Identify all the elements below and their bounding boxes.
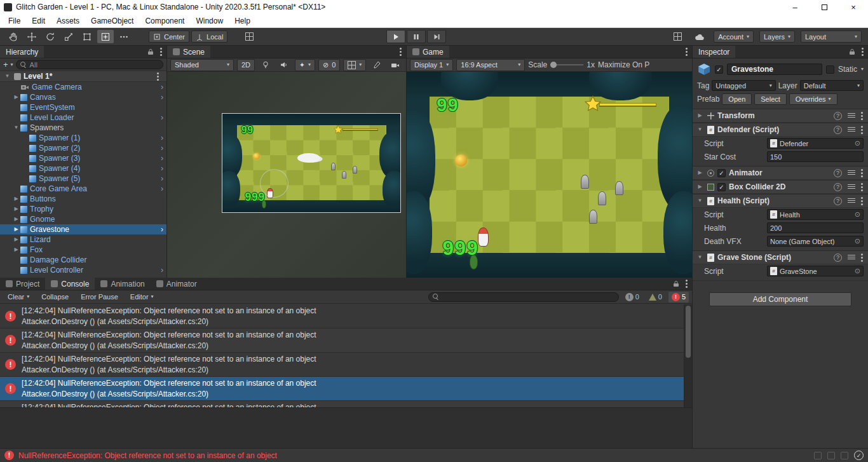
star-cost-input[interactable]: 150 [767, 151, 864, 162]
hierarchy-item-spawner-3[interactable]: Spawner (3) › [0, 153, 166, 163]
script-object-field[interactable]: # Health ⊙ [767, 209, 864, 220]
prefab-arrow-icon[interactable]: › [161, 266, 163, 274]
component-menu-icon[interactable] [861, 257, 863, 259]
foldout-expanded-icon[interactable]: ▼ [696, 127, 704, 132]
prefab-open-button[interactable]: Open [722, 93, 752, 105]
hierarchy-item-game-camera[interactable]: Game Camera › [0, 82, 166, 92]
prefab-arrow-icon[interactable]: › [161, 134, 163, 142]
panel-menu-icon[interactable] [686, 283, 688, 285]
collider-enabled-checkbox[interactable]: ✓ [717, 183, 726, 191]
component-menu-icon[interactable] [861, 172, 863, 174]
prefab-arrow-icon[interactable]: › [161, 185, 163, 193]
help-icon[interactable]: ? [834, 197, 842, 205]
component-health-header[interactable]: ▼ # Health (Script) ? [693, 194, 868, 208]
lock-icon[interactable] [849, 48, 855, 55]
tab-animation[interactable]: Animation [95, 278, 150, 290]
menu-component[interactable]: Component [139, 17, 190, 25]
display-dropdown[interactable]: Display 1▾ [410, 59, 453, 71]
foldout-expanded-icon[interactable]: ▼ [696, 255, 704, 260]
hierarchy-item-gravestone[interactable]: ▶ Gravestone › [0, 224, 166, 234]
account-dropdown[interactable]: Account▾ [714, 31, 754, 43]
foldout-collapsed-icon[interactable]: ▶ [12, 247, 20, 252]
component-animator-header[interactable]: ▶ ✓ Animator ? [693, 166, 868, 180]
layout-dropdown[interactable]: Layout▾ [801, 31, 862, 43]
tab-inspector[interactable]: Inspector [693, 46, 735, 58]
hierarchy-item-eventsystem[interactable]: EventSystem [0, 102, 166, 112]
2d-toggle[interactable]: 2D [237, 59, 255, 71]
foldout-expanded-icon[interactable]: ▼ [696, 198, 704, 203]
scale-slider[interactable] [550, 64, 583, 65]
hierarchy-item-lizard[interactable]: ▶ Lizard [0, 234, 166, 245]
hierarchy-item-spawner-5[interactable]: Spawner (5) › [0, 173, 166, 184]
prefab-arrow-icon[interactable]: › [161, 165, 163, 172]
console-entry[interactable]: ! [12:42:04] NullReferenceException: Obj… [0, 401, 692, 407]
object-picker-icon[interactable]: ⊙ [855, 268, 860, 275]
panel-menu-icon[interactable] [160, 51, 162, 53]
prefab-arrow-icon[interactable]: › [161, 114, 163, 121]
foldout-collapsed-icon[interactable]: ▶ [12, 217, 20, 222]
panel-menu-icon[interactable] [400, 51, 402, 53]
aspect-dropdown[interactable]: 16:9 Aspect▾ [456, 59, 525, 71]
menu-assets[interactable]: Assets [51, 17, 85, 25]
hand-tool-icon[interactable] [5, 30, 22, 43]
layer-dropdown[interactable]: Default▾ [800, 80, 864, 91]
foldout-collapsed-icon[interactable]: ▶ [696, 170, 704, 175]
foldout-expanded-icon[interactable]: ▼ [3, 74, 11, 79]
foldout-collapsed-icon[interactable]: ▶ [12, 227, 20, 232]
menu-gameobject[interactable]: GameObject [85, 17, 139, 25]
error-count-toggle[interactable]: !5 [668, 292, 689, 302]
chevron-down-icon[interactable]: ▾ [861, 67, 864, 72]
prefab-overrides-dropdown[interactable]: Overrides▾ [789, 93, 837, 105]
hierarchy-search-input[interactable]: All [16, 60, 163, 69]
death-vfx-object-field[interactable]: None (Game Object) ⊙ [767, 236, 864, 247]
code-coverage-icon[interactable] [827, 452, 835, 459]
component-boxcollider-header[interactable]: ▶ ✓ Box Collider 2D ? [693, 180, 868, 194]
presets-icon[interactable] [848, 184, 855, 190]
component-menu-icon[interactable] [861, 186, 863, 188]
prefab-arrow-icon[interactable]: › [161, 154, 163, 162]
component-menu-icon[interactable] [861, 115, 863, 117]
hierarchy-item-core-game-area[interactable]: Core Game Area › [0, 184, 166, 194]
component-defender-header[interactable]: ▼ # Defender (Script) ? [693, 123, 868, 137]
game-viewport[interactable]: 99 999 [407, 72, 692, 278]
console-search-input[interactable] [428, 292, 619, 302]
object-picker-icon[interactable]: ⊙ [855, 140, 860, 147]
scene-camera-icon[interactable] [388, 58, 403, 72]
scrollbar-thumb[interactable] [686, 306, 691, 358]
collapse-toggle[interactable]: Collapse [37, 292, 73, 302]
hierarchy-item-canvas[interactable]: ▶ Canvas › [0, 92, 166, 102]
grid-snapping-icon[interactable] [241, 30, 257, 43]
foldout-collapsed-icon[interactable]: ▶ [12, 207, 20, 212]
static-checkbox[interactable] [826, 65, 834, 74]
hierarchy-item-trophy[interactable]: ▶ Trophy [0, 204, 166, 214]
script-object-field[interactable]: # Defender ⊙ [767, 138, 864, 149]
tab-project[interactable]: Project [0, 278, 45, 290]
console-entry[interactable]: ! [12:42:04] NullReferenceException: Obj… [0, 353, 692, 377]
animator-enabled-checkbox[interactable]: ✓ [717, 169, 726, 177]
minimize-button[interactable]: – [780, 0, 810, 14]
help-icon[interactable]: ? [834, 126, 842, 134]
cloud-icon[interactable] [691, 30, 708, 43]
menu-window[interactable]: Window [190, 17, 229, 25]
object-picker-icon[interactable]: ⊙ [855, 238, 860, 245]
component-gravestone-header[interactable]: ▼ # Grave Stone (Script) ? [693, 250, 868, 264]
help-icon[interactable]: ? [834, 112, 842, 120]
chevron-down-icon[interactable]: ▾ [11, 62, 13, 67]
editor-dropdown[interactable]: Editor▾ [126, 292, 158, 302]
hierarchy-item-spawner-2[interactable]: Spawner (2) › [0, 143, 166, 153]
panel-menu-icon[interactable] [686, 51, 688, 53]
script-object-field[interactable]: # GraveStone ⊙ [767, 266, 864, 276]
menu-help[interactable]: Help [229, 17, 256, 25]
tag-dropdown[interactable]: Untagged▾ [712, 80, 775, 91]
create-object-button[interactable]: + [3, 60, 8, 69]
grid-visibility-dropdown[interactable]: ▾ [343, 59, 366, 71]
status-bar[interactable]: ! NullReferenceException: Object referen… [0, 448, 868, 462]
prefab-arrow-icon[interactable]: › [161, 93, 163, 101]
clear-button[interactable]: Clear▾ [3, 292, 34, 302]
cache-server-status-icon[interactable]: ✓ [854, 451, 864, 460]
scene-tools-icon[interactable] [369, 58, 384, 72]
foldout-collapsed-icon[interactable]: ▶ [12, 95, 20, 100]
close-button[interactable]: × [839, 0, 868, 14]
object-picker-icon[interactable]: ⊙ [855, 211, 860, 218]
help-icon[interactable]: ? [834, 183, 842, 191]
